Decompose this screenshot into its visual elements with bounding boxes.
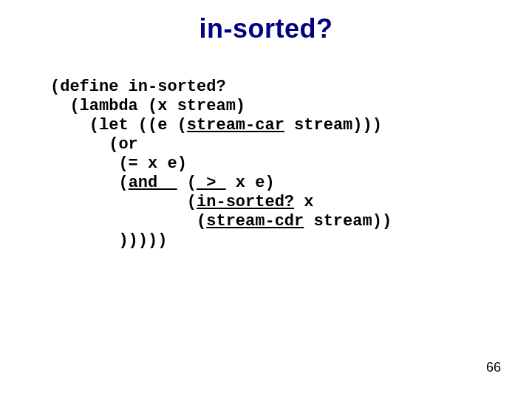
code-line-3b: stream))) <box>284 116 382 134</box>
code-line-6c: x e) <box>226 174 275 192</box>
code-line-2: (lambda (x stream) <box>50 97 245 115</box>
code-line-8b: stream)) <box>304 212 392 231</box>
code-line-1: (define in-sorted? <box>50 78 226 96</box>
page-number: 66 <box>486 360 501 375</box>
code-line-4: (or <box>50 135 138 154</box>
slide: in-sorted? (define in-sorted? (lambda (x… <box>0 0 532 399</box>
code-line-3a: (let ((e ( <box>50 116 187 134</box>
code-block: (define in-sorted? (lambda (x stream) (l… <box>50 78 392 250</box>
code-line-6b: ( <box>177 174 197 192</box>
code-line-7a: ( <box>50 193 197 211</box>
code-line-9: ))))) <box>50 231 167 250</box>
blank-stream-cdr: stream-cdr <box>206 212 304 231</box>
blank-stream-car: stream-car <box>187 116 284 134</box>
code-line-5: (= x e) <box>50 154 187 173</box>
slide-title: in-sorted? <box>0 13 532 44</box>
code-line-7b: x <box>294 193 313 211</box>
blank-gt: > <box>197 174 226 192</box>
code-line-8a: ( <box>50 212 206 231</box>
blank-in-sorted: in-sorted? <box>197 193 294 211</box>
code-line-6a: ( <box>50 174 129 192</box>
blank-and: and <box>129 174 177 192</box>
